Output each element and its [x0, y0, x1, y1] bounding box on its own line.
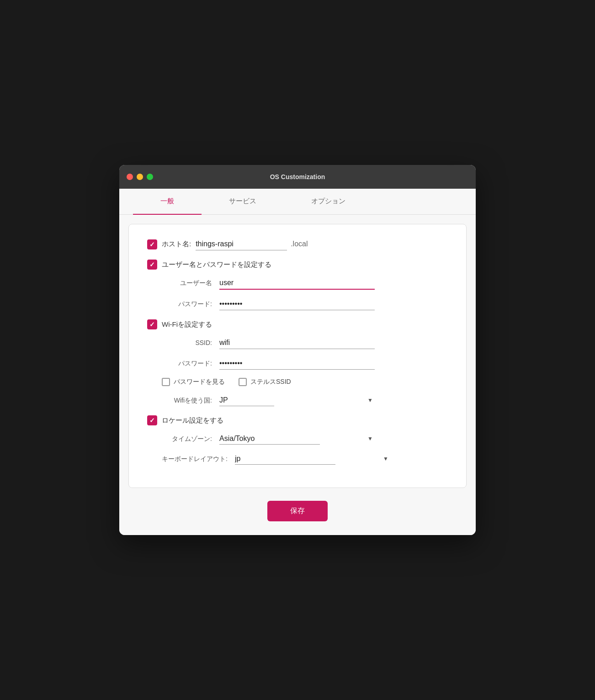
- password-field-row: パスワード:: [162, 298, 448, 310]
- timezone-select[interactable]: Asia/Tokyo America/New_York America/Los_…: [219, 433, 320, 445]
- maximize-button[interactable]: [147, 174, 153, 180]
- titlebar: OS Customization: [119, 165, 476, 189]
- window-body: 一般 サービス オプション ホスト名: .local: [119, 189, 476, 535]
- timezone-dropdown-arrow: ▼: [367, 435, 373, 442]
- ssid-field-row: SSID:: [162, 337, 448, 349]
- keyboard-select[interactable]: jp us gb de fr: [235, 453, 335, 465]
- keyboard-select-wrap: jp us gb de fr ▼: [235, 453, 390, 465]
- wifi-checkbox[interactable]: [147, 319, 157, 329]
- keyboard-dropdown-arrow: ▼: [383, 456, 388, 462]
- keyboard-field-row: キーボードレイアウト: jp us gb de fr ▼: [162, 453, 448, 465]
- username-field-row: ユーザー名: [162, 277, 448, 290]
- stealth-ssid-item[interactable]: ステルスSSID: [239, 378, 291, 386]
- app-window: OS Customization 一般 サービス オプション ホスト名: .lo…: [119, 165, 476, 535]
- hostname-section: ホスト名: .local: [147, 238, 448, 250]
- minimize-button[interactable]: [137, 174, 143, 180]
- wifi-options-row: パスワードを見る ステルスSSID: [162, 378, 448, 386]
- wifi-checkbox-row: Wi-Fiを設定する: [147, 319, 448, 329]
- country-select-wrap: JP US GB DE FR ▼: [219, 394, 375, 406]
- hostname-input[interactable]: [196, 238, 287, 250]
- tab-services[interactable]: サービス: [202, 189, 284, 215]
- wifi-password-input[interactable]: [219, 357, 375, 370]
- tab-general[interactable]: 一般: [133, 189, 202, 215]
- locale-checkbox[interactable]: [147, 415, 157, 425]
- keyboard-label: キーボードレイアウト:: [162, 455, 228, 463]
- stealth-ssid-checkbox[interactable]: [239, 378, 247, 386]
- window-title: OS Customization: [270, 173, 325, 180]
- save-row: 保存: [119, 501, 476, 521]
- user-password-input-wrap: [219, 298, 375, 310]
- hostname-label: ホスト名:: [162, 240, 191, 249]
- close-button[interactable]: [127, 174, 133, 180]
- locale-section: ロケール設定をする タイムゾーン: Asia/Tokyo America/New…: [147, 415, 448, 465]
- hostname-suffix: .local: [291, 240, 308, 248]
- timezone-field-row: タイムゾーン: Asia/Tokyo America/New_York Amer…: [162, 433, 448, 445]
- username-label: ユーザー名: [162, 279, 212, 287]
- ssid-label: SSID:: [162, 339, 212, 346]
- locale-checkbox-row: ロケール設定をする: [147, 415, 448, 425]
- user-password-input[interactable]: [219, 298, 375, 310]
- wifi-password-input-wrap: [219, 357, 375, 370]
- hostname-checkbox[interactable]: [147, 239, 157, 249]
- username-input-wrap: [219, 277, 375, 290]
- wifi-section-label: Wi-Fiを設定する: [162, 320, 212, 329]
- tab-options[interactable]: オプション: [284, 189, 373, 215]
- tab-bar: 一般 サービス オプション: [119, 189, 476, 215]
- country-select[interactable]: JP US GB DE FR: [219, 394, 274, 406]
- user-password-label: パスワード:: [162, 300, 212, 308]
- window-controls: [127, 174, 153, 180]
- wifi-section: Wi-Fiを設定する SSID: パスワード:: [147, 319, 448, 406]
- country-dropdown-wrap: JP US GB DE FR ▼: [219, 394, 375, 406]
- stealth-ssid-label: ステルスSSID: [250, 378, 291, 386]
- user-section: ユーザー名とパスワードを設定する ユーザー名 パスワード:: [147, 260, 448, 310]
- username-input[interactable]: [219, 277, 375, 290]
- ssid-input[interactable]: [219, 337, 375, 349]
- user-section-label: ユーザー名とパスワードを設定する: [162, 260, 271, 269]
- user-checkbox[interactable]: [147, 260, 157, 270]
- country-field-row: Wifiを使う国: JP US GB DE FR ▼: [162, 394, 448, 406]
- form-panel: ホスト名: .local ユーザー名とパスワードを設定する ユーザー名: [128, 224, 467, 488]
- show-password-checkbox[interactable]: [162, 378, 170, 386]
- timezone-dropdown-wrap: Asia/Tokyo America/New_York America/Los_…: [219, 433, 375, 445]
- user-checkbox-row: ユーザー名とパスワードを設定する: [147, 260, 448, 270]
- hostname-checkbox-row: ホスト名: .local: [147, 238, 448, 250]
- show-password-label: パスワードを見る: [174, 378, 225, 386]
- hostname-input-wrap: .local: [196, 238, 308, 250]
- wifi-password-label: パスワード:: [162, 360, 212, 368]
- keyboard-dropdown-wrap: jp us gb de fr ▼: [235, 453, 390, 465]
- country-dropdown-arrow: ▼: [367, 397, 373, 403]
- timezone-select-wrap: Asia/Tokyo America/New_York America/Los_…: [219, 433, 375, 445]
- save-button[interactable]: 保存: [267, 501, 328, 521]
- show-password-item[interactable]: パスワードを見る: [162, 378, 225, 386]
- country-label: Wifiを使う国:: [162, 397, 212, 405]
- wifi-password-field-row: パスワード:: [162, 357, 448, 370]
- locale-section-label: ロケール設定をする: [162, 416, 223, 425]
- timezone-label: タイムゾーン:: [162, 435, 212, 443]
- ssid-input-wrap: [219, 337, 375, 349]
